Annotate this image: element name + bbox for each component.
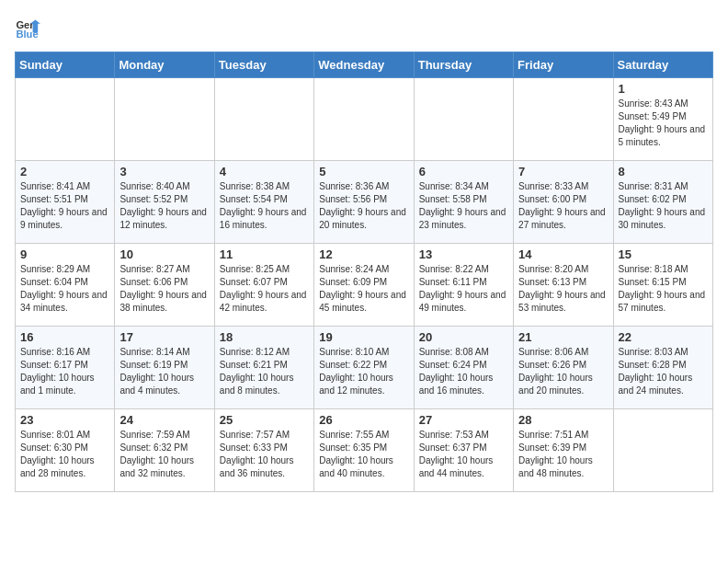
day-number: 19 xyxy=(319,330,408,344)
calendar-cell: 18Sunrise: 8:12 AM Sunset: 6:21 PM Dayli… xyxy=(214,327,313,409)
day-info: Sunrise: 7:55 AM Sunset: 6:35 PM Dayligh… xyxy=(319,429,408,480)
day-number: 25 xyxy=(220,413,309,427)
calendar-cell: 1Sunrise: 8:43 AM Sunset: 5:49 PM Daylig… xyxy=(613,78,712,161)
week-row-3: 9Sunrise: 8:29 AM Sunset: 6:04 PM Daylig… xyxy=(16,244,713,327)
day-number: 17 xyxy=(119,330,209,344)
calendar-cell: 25Sunrise: 7:57 AM Sunset: 6:33 PM Dayli… xyxy=(214,409,313,492)
calendar-cell: 13Sunrise: 8:22 AM Sunset: 6:11 PM Dayli… xyxy=(414,244,513,327)
calendar-cell xyxy=(16,78,115,161)
day-number: 28 xyxy=(518,413,608,427)
day-info: Sunrise: 8:27 AM Sunset: 6:06 PM Dayligh… xyxy=(119,263,209,315)
day-info: Sunrise: 8:03 AM Sunset: 6:28 PM Dayligh… xyxy=(619,346,708,397)
calendar-cell xyxy=(414,78,513,161)
calendar-cell: 12Sunrise: 8:24 AM Sunset: 6:09 PM Dayli… xyxy=(314,244,414,327)
calendar-cell: 8Sunrise: 8:31 AM Sunset: 6:02 PM Daylig… xyxy=(613,161,712,244)
day-info: Sunrise: 7:57 AM Sunset: 6:33 PM Dayligh… xyxy=(220,429,309,480)
day-info: Sunrise: 8:29 AM Sunset: 6:04 PM Dayligh… xyxy=(20,263,109,315)
day-info: Sunrise: 8:38 AM Sunset: 5:54 PM Dayligh… xyxy=(220,180,309,232)
weekday-header-thursday: Thursday xyxy=(414,52,513,78)
calendar-cell xyxy=(214,78,313,161)
calendar-cell: 27Sunrise: 7:53 AM Sunset: 6:37 PM Dayli… xyxy=(414,409,513,492)
calendar-cell: 17Sunrise: 8:14 AM Sunset: 6:19 PM Dayli… xyxy=(115,327,214,409)
day-number: 9 xyxy=(20,247,109,261)
day-number: 7 xyxy=(518,165,608,178)
day-info: Sunrise: 8:18 AM Sunset: 6:15 PM Dayligh… xyxy=(619,263,708,315)
calendar-cell: 14Sunrise: 8:20 AM Sunset: 6:13 PM Dayli… xyxy=(514,244,613,327)
calendar-table: SundayMondayTuesdayWednesdayThursdayFrid… xyxy=(15,52,713,492)
day-number: 8 xyxy=(619,165,708,178)
calendar-cell: 7Sunrise: 8:33 AM Sunset: 6:00 PM Daylig… xyxy=(514,161,613,244)
calendar-cell xyxy=(115,78,214,161)
weekday-header-wednesday: Wednesday xyxy=(314,52,414,78)
calendar-cell: 24Sunrise: 7:59 AM Sunset: 6:32 PM Dayli… xyxy=(115,409,214,492)
day-number: 16 xyxy=(20,330,109,344)
day-number: 12 xyxy=(319,247,408,261)
day-number: 26 xyxy=(319,413,408,427)
calendar-cell: 19Sunrise: 8:10 AM Sunset: 6:22 PM Dayli… xyxy=(314,327,414,409)
week-row-5: 23Sunrise: 8:01 AM Sunset: 6:30 PM Dayli… xyxy=(16,409,713,492)
calendar-cell: 4Sunrise: 8:38 AM Sunset: 5:54 PM Daylig… xyxy=(214,161,313,244)
day-number: 4 xyxy=(220,165,309,178)
day-number: 27 xyxy=(419,413,508,427)
calendar-cell: 5Sunrise: 8:36 AM Sunset: 5:56 PM Daylig… xyxy=(314,161,414,244)
day-number: 13 xyxy=(419,247,508,261)
calendar-cell: 10Sunrise: 8:27 AM Sunset: 6:06 PM Dayli… xyxy=(115,244,214,327)
day-info: Sunrise: 8:24 AM Sunset: 6:09 PM Dayligh… xyxy=(319,263,408,315)
day-number: 5 xyxy=(319,165,408,178)
day-number: 6 xyxy=(419,165,508,178)
day-info: Sunrise: 7:53 AM Sunset: 6:37 PM Dayligh… xyxy=(419,429,508,480)
logo-icon: Gen Blue xyxy=(15,15,40,40)
calendar-cell: 2Sunrise: 8:41 AM Sunset: 5:51 PM Daylig… xyxy=(16,161,115,244)
calendar-cell: 3Sunrise: 8:40 AM Sunset: 5:52 PM Daylig… xyxy=(115,161,214,244)
day-info: Sunrise: 7:59 AM Sunset: 6:32 PM Dayligh… xyxy=(119,429,209,480)
weekday-header-saturday: Saturday xyxy=(613,52,712,78)
calendar-cell xyxy=(514,78,613,161)
weekday-header-friday: Friday xyxy=(514,52,613,78)
day-info: Sunrise: 8:34 AM Sunset: 5:58 PM Dayligh… xyxy=(419,180,508,232)
day-info: Sunrise: 7:51 AM Sunset: 6:39 PM Dayligh… xyxy=(518,429,608,480)
day-info: Sunrise: 8:20 AM Sunset: 6:13 PM Dayligh… xyxy=(518,263,608,315)
calendar-cell: 15Sunrise: 8:18 AM Sunset: 6:15 PM Dayli… xyxy=(613,244,712,327)
day-number: 22 xyxy=(619,330,708,344)
calendar-cell: 28Sunrise: 7:51 AM Sunset: 6:39 PM Dayli… xyxy=(514,409,613,492)
day-number: 24 xyxy=(119,413,209,427)
day-number: 23 xyxy=(20,413,109,427)
weekday-header-sunday: Sunday xyxy=(16,52,115,78)
day-info: Sunrise: 8:31 AM Sunset: 6:02 PM Dayligh… xyxy=(619,180,708,232)
day-number: 20 xyxy=(419,330,508,344)
calendar-cell: 22Sunrise: 8:03 AM Sunset: 6:28 PM Dayli… xyxy=(613,327,712,409)
day-info: Sunrise: 8:33 AM Sunset: 6:00 PM Dayligh… xyxy=(518,180,608,232)
day-info: Sunrise: 8:43 AM Sunset: 5:49 PM Dayligh… xyxy=(619,98,708,149)
day-number: 3 xyxy=(119,165,209,178)
week-row-2: 2Sunrise: 8:41 AM Sunset: 5:51 PM Daylig… xyxy=(16,161,713,244)
calendar-cell: 9Sunrise: 8:29 AM Sunset: 6:04 PM Daylig… xyxy=(16,244,115,327)
header: Gen Blue xyxy=(15,15,713,40)
day-info: Sunrise: 8:25 AM Sunset: 6:07 PM Dayligh… xyxy=(220,263,309,315)
calendar-cell xyxy=(314,78,414,161)
day-info: Sunrise: 8:40 AM Sunset: 5:52 PM Dayligh… xyxy=(119,180,209,232)
day-number: 2 xyxy=(20,165,109,178)
day-info: Sunrise: 8:14 AM Sunset: 6:19 PM Dayligh… xyxy=(119,346,209,397)
day-number: 15 xyxy=(619,247,708,261)
calendar-cell: 21Sunrise: 8:06 AM Sunset: 6:26 PM Dayli… xyxy=(514,327,613,409)
calendar-cell xyxy=(613,409,712,492)
calendar-cell: 23Sunrise: 8:01 AM Sunset: 6:30 PM Dayli… xyxy=(16,409,115,492)
calendar-cell: 16Sunrise: 8:16 AM Sunset: 6:17 PM Dayli… xyxy=(16,327,115,409)
day-info: Sunrise: 8:01 AM Sunset: 6:30 PM Dayligh… xyxy=(20,429,109,480)
day-info: Sunrise: 8:36 AM Sunset: 5:56 PM Dayligh… xyxy=(319,180,408,232)
day-number: 10 xyxy=(119,247,209,261)
day-info: Sunrise: 8:12 AM Sunset: 6:21 PM Dayligh… xyxy=(220,346,309,397)
calendar-cell: 11Sunrise: 8:25 AM Sunset: 6:07 PM Dayli… xyxy=(214,244,313,327)
day-info: Sunrise: 8:16 AM Sunset: 6:17 PM Dayligh… xyxy=(20,346,109,397)
week-row-1: 1Sunrise: 8:43 AM Sunset: 5:49 PM Daylig… xyxy=(16,78,713,161)
logo: Gen Blue xyxy=(15,15,42,40)
calendar-cell: 26Sunrise: 7:55 AM Sunset: 6:35 PM Dayli… xyxy=(314,409,414,492)
weekday-header-row: SundayMondayTuesdayWednesdayThursdayFrid… xyxy=(16,52,713,78)
calendar-cell: 20Sunrise: 8:08 AM Sunset: 6:24 PM Dayli… xyxy=(414,327,513,409)
day-info: Sunrise: 8:41 AM Sunset: 5:51 PM Dayligh… xyxy=(20,180,109,232)
calendar-cell: 6Sunrise: 8:34 AM Sunset: 5:58 PM Daylig… xyxy=(414,161,513,244)
day-number: 14 xyxy=(518,247,608,261)
day-info: Sunrise: 8:22 AM Sunset: 6:11 PM Dayligh… xyxy=(419,263,508,315)
day-number: 1 xyxy=(619,82,708,96)
day-info: Sunrise: 8:06 AM Sunset: 6:26 PM Dayligh… xyxy=(518,346,608,397)
